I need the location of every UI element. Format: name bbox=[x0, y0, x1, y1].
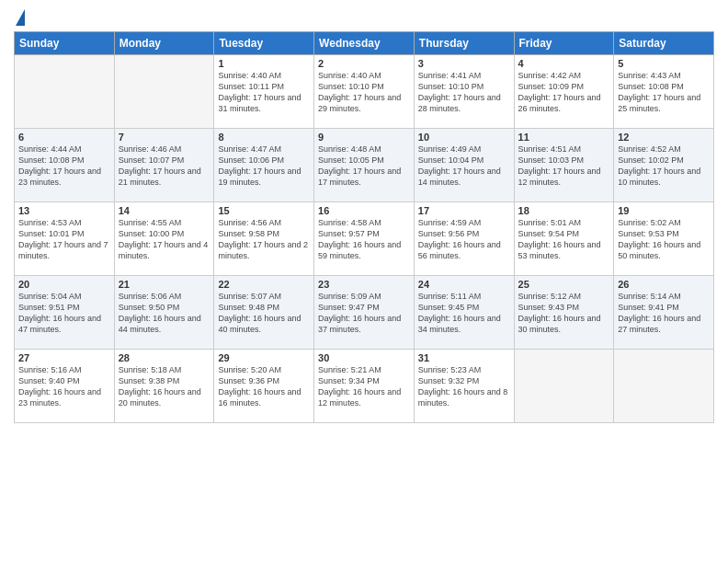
day-info: Sunrise: 4:59 AM Sunset: 9:56 PM Dayligh… bbox=[418, 217, 510, 262]
calendar-week-row: 27Sunrise: 5:16 AM Sunset: 9:40 PM Dayli… bbox=[15, 350, 714, 423]
day-number: 19 bbox=[618, 205, 710, 216]
day-number: 28 bbox=[119, 352, 210, 363]
day-number: 31 bbox=[418, 352, 510, 363]
calendar-cell: 12Sunrise: 4:52 AM Sunset: 10:02 PM Dayl… bbox=[614, 129, 714, 202]
day-info: Sunrise: 5:20 AM Sunset: 9:36 PM Dayligh… bbox=[218, 364, 310, 409]
calendar-cell: 4Sunrise: 4:42 AM Sunset: 10:09 PM Dayli… bbox=[514, 55, 614, 129]
calendar-cell: 13Sunrise: 4:53 AM Sunset: 10:01 PM Dayl… bbox=[15, 202, 115, 276]
day-number: 23 bbox=[318, 279, 410, 290]
calendar-cell: 24Sunrise: 5:11 AM Sunset: 9:45 PM Dayli… bbox=[414, 276, 514, 350]
day-number: 14 bbox=[119, 205, 210, 216]
calendar-cell: 21Sunrise: 5:06 AM Sunset: 9:50 PM Dayli… bbox=[114, 276, 214, 350]
day-info: Sunrise: 4:51 AM Sunset: 10:03 PM Daylig… bbox=[518, 144, 610, 189]
day-number: 24 bbox=[418, 279, 510, 290]
calendar-cell: 3Sunrise: 4:41 AM Sunset: 10:10 PM Dayli… bbox=[414, 55, 514, 129]
calendar-header-tuesday: Tuesday bbox=[214, 32, 314, 55]
calendar-cell: 6Sunrise: 4:44 AM Sunset: 10:08 PM Dayli… bbox=[15, 129, 115, 202]
day-number: 5 bbox=[618, 58, 710, 69]
day-info: Sunrise: 5:04 AM Sunset: 9:51 PM Dayligh… bbox=[18, 291, 110, 336]
calendar-header-row: SundayMondayTuesdayWednesdayThursdayFrid… bbox=[15, 32, 714, 55]
day-info: Sunrise: 4:46 AM Sunset: 10:07 PM Daylig… bbox=[119, 144, 210, 189]
day-info: Sunrise: 4:48 AM Sunset: 10:05 PM Daylig… bbox=[318, 144, 410, 189]
day-number: 15 bbox=[218, 205, 310, 216]
calendar-cell: 19Sunrise: 5:02 AM Sunset: 9:53 PM Dayli… bbox=[614, 202, 714, 276]
day-number: 3 bbox=[418, 58, 510, 69]
day-info: Sunrise: 5:06 AM Sunset: 9:50 PM Dayligh… bbox=[119, 291, 210, 336]
calendar-cell: 30Sunrise: 5:21 AM Sunset: 9:34 PM Dayli… bbox=[314, 350, 415, 423]
calendar-cell: 5Sunrise: 4:43 AM Sunset: 10:08 PM Dayli… bbox=[614, 55, 714, 129]
logo-text bbox=[14, 9, 25, 26]
logo bbox=[14, 9, 25, 26]
day-info: Sunrise: 4:55 AM Sunset: 10:00 PM Daylig… bbox=[119, 217, 210, 262]
calendar-cell: 18Sunrise: 5:01 AM Sunset: 9:54 PM Dayli… bbox=[514, 202, 614, 276]
day-number: 25 bbox=[518, 279, 610, 290]
day-info: Sunrise: 4:40 AM Sunset: 10:10 PM Daylig… bbox=[318, 70, 410, 115]
day-number: 20 bbox=[18, 279, 110, 290]
calendar-cell: 29Sunrise: 5:20 AM Sunset: 9:36 PM Dayli… bbox=[214, 350, 314, 423]
calendar-header-friday: Friday bbox=[514, 32, 614, 55]
day-info: Sunrise: 5:07 AM Sunset: 9:48 PM Dayligh… bbox=[218, 291, 310, 336]
calendar-table: SundayMondayTuesdayWednesdayThursdayFrid… bbox=[14, 31, 714, 423]
day-number: 21 bbox=[119, 279, 210, 290]
day-info: Sunrise: 4:53 AM Sunset: 10:01 PM Daylig… bbox=[18, 217, 110, 262]
calendar-week-row: 20Sunrise: 5:04 AM Sunset: 9:51 PM Dayli… bbox=[15, 276, 714, 350]
day-info: Sunrise: 4:43 AM Sunset: 10:08 PM Daylig… bbox=[618, 70, 710, 115]
day-info: Sunrise: 5:14 AM Sunset: 9:41 PM Dayligh… bbox=[618, 291, 710, 336]
calendar-header-monday: Monday bbox=[114, 32, 214, 55]
calendar-cell: 25Sunrise: 5:12 AM Sunset: 9:43 PM Dayli… bbox=[514, 276, 614, 350]
day-info: Sunrise: 5:01 AM Sunset: 9:54 PM Dayligh… bbox=[518, 217, 610, 262]
calendar-cell: 15Sunrise: 4:56 AM Sunset: 9:58 PM Dayli… bbox=[214, 202, 314, 276]
day-info: Sunrise: 4:47 AM Sunset: 10:06 PM Daylig… bbox=[218, 144, 310, 189]
calendar-cell bbox=[514, 350, 614, 423]
calendar-cell: 27Sunrise: 5:16 AM Sunset: 9:40 PM Dayli… bbox=[15, 350, 115, 423]
calendar-cell bbox=[614, 350, 714, 423]
calendar-header-sunday: Sunday bbox=[15, 32, 115, 55]
day-info: Sunrise: 4:40 AM Sunset: 10:11 PM Daylig… bbox=[218, 70, 310, 115]
day-info: Sunrise: 4:49 AM Sunset: 10:04 PM Daylig… bbox=[418, 144, 510, 189]
day-info: Sunrise: 4:56 AM Sunset: 9:58 PM Dayligh… bbox=[218, 217, 310, 262]
day-info: Sunrise: 5:12 AM Sunset: 9:43 PM Dayligh… bbox=[518, 291, 610, 336]
calendar-cell: 11Sunrise: 4:51 AM Sunset: 10:03 PM Dayl… bbox=[514, 129, 614, 202]
calendar-cell: 17Sunrise: 4:59 AM Sunset: 9:56 PM Dayli… bbox=[414, 202, 514, 276]
day-number: 2 bbox=[318, 58, 410, 69]
header bbox=[14, 9, 714, 26]
calendar-cell: 7Sunrise: 4:46 AM Sunset: 10:07 PM Dayli… bbox=[114, 129, 214, 202]
day-number: 22 bbox=[218, 279, 310, 290]
day-info: Sunrise: 4:42 AM Sunset: 10:09 PM Daylig… bbox=[518, 70, 610, 115]
day-info: Sunrise: 5:02 AM Sunset: 9:53 PM Dayligh… bbox=[618, 217, 710, 262]
day-number: 7 bbox=[119, 132, 210, 143]
day-number: 4 bbox=[518, 58, 610, 69]
day-info: Sunrise: 4:52 AM Sunset: 10:02 PM Daylig… bbox=[618, 144, 710, 189]
calendar-cell bbox=[15, 55, 115, 129]
day-number: 9 bbox=[318, 132, 410, 143]
day-number: 8 bbox=[218, 132, 310, 143]
calendar-cell: 22Sunrise: 5:07 AM Sunset: 9:48 PM Dayli… bbox=[214, 276, 314, 350]
day-info: Sunrise: 5:23 AM Sunset: 9:32 PM Dayligh… bbox=[418, 364, 510, 409]
day-info: Sunrise: 4:58 AM Sunset: 9:57 PM Dayligh… bbox=[318, 217, 410, 262]
calendar-cell: 8Sunrise: 4:47 AM Sunset: 10:06 PM Dayli… bbox=[214, 129, 314, 202]
day-number: 29 bbox=[218, 352, 310, 363]
day-number: 1 bbox=[218, 58, 310, 69]
logo-triangle-icon bbox=[16, 9, 25, 26]
day-number: 27 bbox=[18, 352, 110, 363]
calendar-cell: 20Sunrise: 5:04 AM Sunset: 9:51 PM Dayli… bbox=[15, 276, 115, 350]
calendar-cell: 2Sunrise: 4:40 AM Sunset: 10:10 PM Dayli… bbox=[314, 55, 415, 129]
calendar-cell: 1Sunrise: 4:40 AM Sunset: 10:11 PM Dayli… bbox=[214, 55, 314, 129]
calendar-cell: 16Sunrise: 4:58 AM Sunset: 9:57 PM Dayli… bbox=[314, 202, 415, 276]
calendar-cell bbox=[114, 55, 214, 129]
calendar-cell: 9Sunrise: 4:48 AM Sunset: 10:05 PM Dayli… bbox=[314, 129, 415, 202]
day-info: Sunrise: 5:18 AM Sunset: 9:38 PM Dayligh… bbox=[119, 364, 210, 409]
calendar-week-row: 6Sunrise: 4:44 AM Sunset: 10:08 PM Dayli… bbox=[15, 129, 714, 202]
day-number: 17 bbox=[418, 205, 510, 216]
calendar-cell: 28Sunrise: 5:18 AM Sunset: 9:38 PM Dayli… bbox=[114, 350, 214, 423]
day-number: 26 bbox=[618, 279, 710, 290]
calendar-cell: 10Sunrise: 4:49 AM Sunset: 10:04 PM Dayl… bbox=[414, 129, 514, 202]
page: SundayMondayTuesdayWednesdayThursdayFrid… bbox=[0, 0, 728, 563]
day-number: 18 bbox=[518, 205, 610, 216]
calendar-header-wednesday: Wednesday bbox=[314, 32, 415, 55]
calendar-week-row: 13Sunrise: 4:53 AM Sunset: 10:01 PM Dayl… bbox=[15, 202, 714, 276]
day-info: Sunrise: 4:41 AM Sunset: 10:10 PM Daylig… bbox=[418, 70, 510, 115]
calendar-cell: 14Sunrise: 4:55 AM Sunset: 10:00 PM Dayl… bbox=[114, 202, 214, 276]
day-number: 13 bbox=[18, 205, 110, 216]
calendar-week-row: 1Sunrise: 4:40 AM Sunset: 10:11 PM Dayli… bbox=[15, 55, 714, 129]
